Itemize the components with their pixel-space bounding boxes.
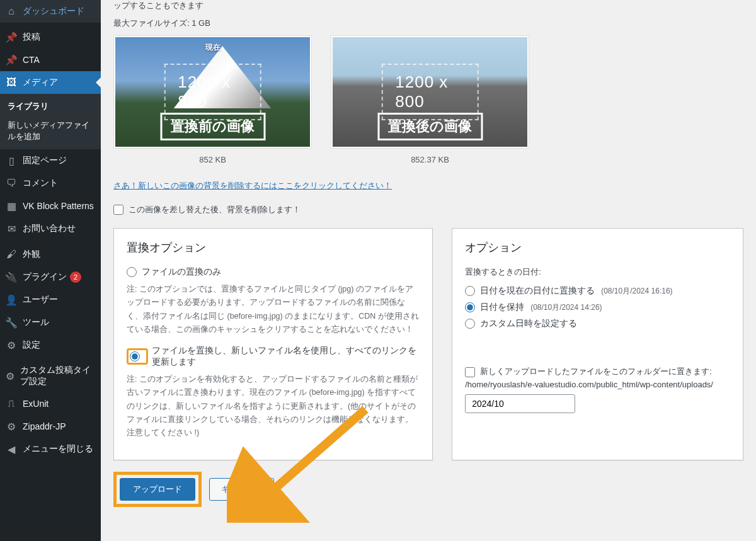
sidebar-item-zipaddr[interactable]: ⚙Zipaddr-JP bbox=[0, 415, 101, 438]
highlight-box: アップロード bbox=[113, 472, 202, 507]
sidebar-item-plugins[interactable]: 🔌プラグイン2 bbox=[0, 266, 101, 288]
thumb-caption: 置換後の画像 bbox=[377, 113, 483, 140]
pin-icon: 📌 bbox=[5, 31, 18, 43]
grid-icon: ▦ bbox=[5, 200, 18, 212]
thumb-dimensions: 1200 x 800 bbox=[164, 64, 261, 120]
thumb-before: 現在 1200 x 800 置換前の画像 bbox=[113, 35, 312, 149]
replace-rename-note: 注: このオプションを有効化すると、アップロードするファイルの名前と種類が古いフ… bbox=[127, 373, 420, 440]
date-keep-label: 日付を保持 bbox=[480, 302, 524, 313]
date-keep-value: (08/10月/2024 14:26) bbox=[530, 302, 602, 313]
sidebar-item-label: コメント bbox=[23, 178, 58, 189]
sidebar-item-label: メニューを閉じる bbox=[23, 443, 93, 455]
sidebar-item-settings[interactable]: ⚙設定 bbox=[0, 334, 101, 356]
plugin-icon: 🔌 bbox=[5, 271, 18, 283]
options-title: オプション bbox=[465, 240, 730, 255]
comment-icon: 🗨 bbox=[5, 177, 18, 190]
upload-button[interactable]: アップロード bbox=[120, 478, 195, 501]
date-replace-radio[interactable] bbox=[465, 286, 475, 296]
sidebar-item-cpt[interactable]: ⚙カスタム投稿タイプ設定 bbox=[0, 360, 101, 392]
remove-bg-label: この画像を差し替えた後、背景を削除します！ bbox=[129, 204, 301, 215]
cancel-button[interactable]: キャンセル bbox=[209, 478, 274, 501]
intro-text: ップすることもできます bbox=[113, 0, 743, 11]
sidebar-item-collapse[interactable]: ◀メニューを閉じる bbox=[0, 438, 101, 460]
sidebar-item-vk[interactable]: ▦VK Block Patterns bbox=[0, 195, 101, 217]
sidebar-item-exunit[interactable]: ⎍ExUnit bbox=[0, 392, 101, 415]
sidebar-item-label: 外観 bbox=[23, 249, 40, 260]
sidebar-item-cta[interactable]: 📌CTA bbox=[0, 48, 101, 71]
date-subhead: 置換するときの日付: bbox=[465, 266, 730, 278]
date-custom-radio[interactable] bbox=[465, 319, 475, 329]
sidebar-item-label: プラグイン bbox=[23, 271, 67, 283]
replace-only-label: ファイルの置換のみ bbox=[142, 266, 221, 278]
sidebar-item-label: 設定 bbox=[23, 339, 40, 351]
sidebar-item-users[interactable]: 👤ユーザー bbox=[0, 288, 101, 311]
pin-icon: 📌 bbox=[5, 54, 18, 66]
date-replace-label: 日付を現在の日付に置換する bbox=[480, 285, 595, 297]
sidebar-item-dashboard[interactable]: ⌂ダッシュボード bbox=[0, 0, 101, 23]
thumb-dimensions: 1200 x 800 bbox=[381, 64, 479, 120]
sidebar-item-posts[interactable]: 📌投稿 bbox=[0, 26, 101, 48]
media-icon: 🖾 bbox=[5, 76, 18, 89]
page-icon: ▯ bbox=[5, 154, 18, 167]
replace-rename-radio[interactable] bbox=[130, 351, 140, 362]
gear-icon: ⚙ bbox=[5, 370, 15, 382]
sidebar-item-label: ExUnit bbox=[23, 399, 49, 409]
brush-icon: 🖌 bbox=[5, 248, 18, 261]
sidebar-item-pages[interactable]: ▯固定ページ bbox=[0, 149, 101, 172]
sidebar-item-label: VK Block Patterns bbox=[23, 201, 94, 211]
sidebar-item-label: メディア bbox=[23, 77, 58, 88]
replace-options-panel: 置換オプション ファイルの置換のみ 注: このオプションでは、置換するファイルと… bbox=[113, 228, 433, 460]
thumb-after-col: 1200 x 800 置換後の画像 852.37 KB bbox=[331, 35, 529, 164]
sidebar-item-label: ダッシュボード bbox=[23, 6, 84, 17]
gear-icon: ⚙ bbox=[5, 420, 18, 433]
submenu-add-new[interactable]: 新しいメディアファイルを追加 bbox=[0, 116, 101, 146]
folder-input[interactable] bbox=[465, 394, 575, 413]
thumb-current-label: 現在 bbox=[205, 42, 220, 53]
submenu-library[interactable]: ライブラリ bbox=[0, 97, 101, 116]
sidebar-item-media[interactable]: 🖾メディア bbox=[0, 71, 101, 94]
thumb-after: 1200 x 800 置換後の画像 bbox=[331, 35, 529, 149]
sidebar-item-tools[interactable]: 🔧ツール bbox=[0, 311, 101, 334]
thumb-before-col: 現在 1200 x 800 置換前の画像 852 KB bbox=[113, 35, 312, 164]
sidebar-item-contact[interactable]: ✉お問い合わせ bbox=[0, 217, 101, 240]
thumb-filesize: 852 KB bbox=[199, 155, 226, 164]
admin-sidebar: ⌂ダッシュボード 📌投稿 📌CTA 🖾メディア ライブラリ 新しいメディアファイ… bbox=[0, 0, 101, 541]
mail-icon: ✉ bbox=[5, 222, 18, 235]
remove-bg-checkbox[interactable] bbox=[113, 205, 123, 215]
exunit-icon: ⎍ bbox=[5, 397, 18, 410]
sidebar-item-label: カスタム投稿タイプ設定 bbox=[20, 365, 96, 387]
dashboard-icon: ⌂ bbox=[5, 5, 18, 18]
sidebar-submenu: ライブラリ 新しいメディアファイルを追加 bbox=[0, 94, 101, 149]
highlight-box bbox=[127, 348, 148, 365]
sidebar-item-comments[interactable]: 🗨コメント bbox=[0, 172, 101, 195]
date-custom-label: カスタム日時を設定する bbox=[480, 318, 577, 329]
sidebar-item-label: 投稿 bbox=[23, 31, 40, 43]
folder-label: 新しくアップロードしたファイルをこのフォルダーに置きます: bbox=[480, 366, 712, 377]
replace-only-note: 注: このオプションでは、置換するファイルと同じタイプ (jpg) のファイルを… bbox=[127, 283, 420, 336]
main-content: ップすることもできます 最大ファイルサイズ: 1 GB 現在 1200 x 80… bbox=[101, 0, 756, 541]
sidebar-item-label: 固定ページ bbox=[23, 155, 67, 166]
sidebar-item-label: CTA bbox=[23, 55, 40, 65]
sidebar-item-appearance[interactable]: 🖌外観 bbox=[0, 243, 101, 266]
sidebar-item-label: Zipaddr-JP bbox=[23, 421, 66, 431]
user-icon: 👤 bbox=[5, 293, 18, 306]
thumb-filesize: 852.37 KB bbox=[411, 155, 449, 164]
collapse-icon: ◀ bbox=[5, 443, 18, 455]
date-keep-radio[interactable] bbox=[465, 302, 475, 312]
remove-bg-link[interactable]: さあ！新しいこの画像の背景を削除するにはここをクリックしてください！ bbox=[113, 180, 392, 191]
thumbnails-row: 現在 1200 x 800 置換前の画像 852 KB 1200 x 800 置… bbox=[113, 35, 743, 164]
options-panel: オプション 置換するときの日付: 日付を現在の日付に置換する (08/10月/2… bbox=[452, 228, 743, 460]
sidebar-item-label: ユーザー bbox=[23, 294, 58, 305]
folder-path: /home/ryouslash/e-valuestudio.com/public… bbox=[465, 380, 730, 389]
folder-checkbox[interactable] bbox=[465, 367, 475, 377]
wrench-icon: 🔧 bbox=[5, 316, 18, 329]
form-actions: アップロード キャンセル bbox=[113, 472, 743, 507]
replace-rename-label: ファイルを置換し、新しいファイル名を使用し、すべてのリンクを更新します bbox=[152, 345, 420, 368]
replace-only-radio[interactable] bbox=[127, 267, 137, 277]
update-badge: 2 bbox=[70, 271, 81, 283]
remove-bg-checkbox-row: この画像を差し替えた後、背景を削除します！ bbox=[113, 204, 743, 215]
sliders-icon: ⚙ bbox=[5, 339, 18, 351]
date-replace-value: (08/10月/2024 16:16) bbox=[601, 286, 672, 297]
replace-options-title: 置換オプション bbox=[127, 240, 420, 255]
sidebar-item-label: お問い合わせ bbox=[23, 223, 76, 234]
